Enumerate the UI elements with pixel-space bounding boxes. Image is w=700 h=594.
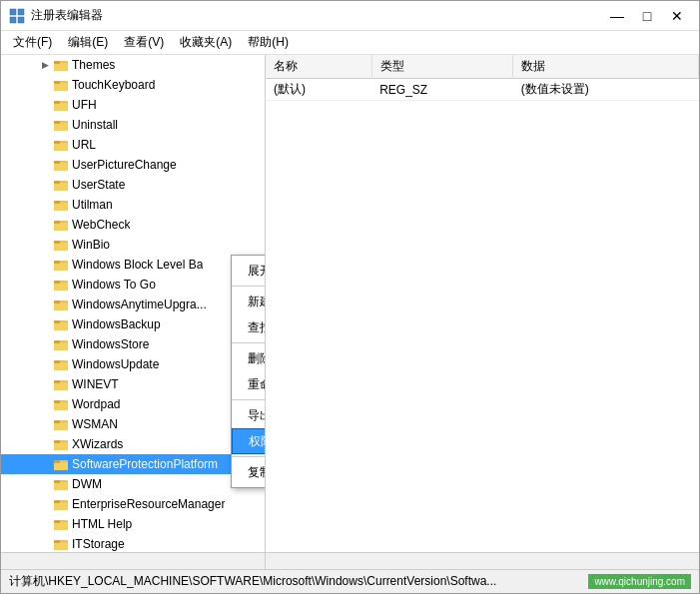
ctx-new-label: 新建(N)	[248, 294, 266, 310]
col-name: 名称	[266, 55, 371, 79]
ctx-expand[interactable]: 展开	[232, 258, 266, 284]
tree-label: WindowsUpdate	[72, 357, 159, 371]
ctx-find[interactable]: 查找(F)...	[232, 314, 266, 340]
ctx-copy-name[interactable]: 复制项名称(C)	[232, 459, 266, 485]
ctx-export[interactable]: 导出(E)	[232, 402, 266, 428]
svg-rect-71	[54, 502, 68, 510]
folder-icon	[53, 436, 69, 452]
registry-table: 名称 类型 数据 (默认) REG_SZ (数值未设置)	[266, 55, 699, 552]
svg-rect-11	[54, 103, 68, 111]
tree-item-windowsanytime[interactable]: WindowsAnytimeUpgra...	[1, 295, 265, 314]
menu-help[interactable]: 帮助(H)	[240, 32, 297, 53]
tree-item-dwm[interactable]: DWM	[1, 474, 265, 494]
tree-label: XWizards	[72, 437, 123, 451]
ctx-delete[interactable]: 删除(D)	[232, 345, 266, 371]
svg-rect-36	[54, 261, 60, 264]
cell-name: (默认)	[266, 79, 371, 101]
svg-rect-0	[10, 9, 16, 15]
tree-item-winbio[interactable]: WinBio	[1, 235, 265, 255]
folder-icon	[53, 536, 69, 552]
folder-icon	[53, 57, 69, 73]
maximize-button[interactable]: □	[633, 5, 661, 27]
table-row[interactable]: (默认) REG_SZ (数值未设置)	[266, 79, 699, 101]
folder-icon	[53, 237, 69, 253]
svg-rect-39	[54, 281, 60, 284]
ctx-separator	[232, 399, 266, 400]
right-panel: 名称 类型 数据 (默认) REG_SZ (数值未设置)	[266, 55, 699, 552]
regedit-icon	[9, 8, 25, 24]
ctx-new[interactable]: 新建(N) ▶	[232, 289, 266, 314]
svg-rect-8	[54, 83, 68, 91]
menu-file[interactable]: 文件(F)	[5, 32, 60, 53]
minimize-button[interactable]: —	[603, 5, 631, 27]
tree-item-windowsbackup[interactable]: WindowsBackup	[1, 314, 265, 334]
tree-label: Wordpad	[72, 397, 120, 411]
regedit-window: 注册表编辑器 — □ ✕ 文件(F) 编辑(E) 查看(V) 收藏夹(A) 帮助…	[0, 0, 700, 594]
tree-item-windowsupdate[interactable]: WindowsUpdate	[1, 354, 265, 374]
folder-icon	[53, 97, 69, 113]
tree-label: URL	[72, 138, 96, 152]
svg-rect-32	[54, 243, 68, 251]
tree-item-url[interactable]: URL	[1, 135, 265, 155]
tree-hscroll[interactable]	[1, 553, 266, 569]
ctx-separator	[232, 456, 266, 457]
svg-rect-18	[54, 141, 60, 144]
tree-item-uninstall[interactable]: Uninstall	[1, 115, 265, 135]
tree-item-wsman[interactable]: WSMAN	[1, 414, 265, 434]
tree-item-winevt[interactable]: WINEVT	[1, 374, 265, 394]
svg-rect-47	[54, 342, 68, 350]
close-button[interactable]: ✕	[663, 5, 691, 27]
folder-icon	[53, 416, 69, 432]
folder-icon	[53, 157, 69, 173]
status-path: 计算机\HKEY_LOCAL_MACHINE\SOFTWARE\Microsof…	[9, 573, 496, 590]
tree-item-windows-block[interactable]: Windows Block Level Ba	[1, 255, 265, 275]
tree-label: Uninstall	[72, 118, 118, 132]
tree-item-enterpriseresource[interactable]: EnterpriseResourceManager	[1, 494, 265, 514]
tree-item-htmlhelp[interactable]: HTML Help	[1, 514, 265, 534]
svg-rect-56	[54, 402, 68, 410]
col-type: 类型	[371, 55, 513, 79]
tree-item-utilman[interactable]: Utilman	[1, 195, 265, 215]
tree-item-windowstogo[interactable]: Windows To Go	[1, 275, 265, 295]
menu-view[interactable]: 查看(V)	[116, 32, 172, 53]
tree-item-windowsstore[interactable]: WindowsStore	[1, 334, 265, 354]
tree-item-touchkeyboard[interactable]: TouchKeyboard	[1, 75, 265, 95]
tree-item-softwareprotection[interactable]: SoftwareProtectionPlatform	[1, 454, 265, 474]
tree-item-userstate[interactable]: UserState	[1, 175, 265, 195]
tree-label: WindowsBackup	[72, 317, 161, 331]
menu-edit[interactable]: 编辑(E)	[60, 32, 116, 53]
svg-rect-78	[54, 540, 60, 543]
folder-icon	[53, 336, 69, 352]
svg-rect-41	[54, 302, 68, 310]
tree-label: EnterpriseResourceManager	[72, 497, 225, 511]
svg-rect-45	[54, 320, 60, 323]
folder-icon	[53, 277, 69, 293]
tree-label: Themes	[72, 58, 115, 72]
tree-item-xwizards[interactable]: XWizards	[1, 434, 265, 454]
tree-label: UserPictureChange	[72, 158, 177, 172]
right-hscroll[interactable]	[266, 553, 699, 569]
tree-label: Windows Block Level Ba	[72, 258, 203, 272]
tree-item-ufh[interactable]: UFH	[1, 95, 265, 115]
menu-favorites[interactable]: 收藏夹(A)	[172, 32, 240, 53]
titlebar: 注册表编辑器 — □ ✕	[1, 1, 699, 31]
svg-rect-59	[54, 422, 68, 430]
tree-item-themes[interactable]: ▶ Themes	[1, 55, 265, 75]
tree-label: WinBio	[72, 238, 110, 252]
ctx-separator	[232, 286, 266, 287]
tree-item-itstorage[interactable]: ITStorage	[1, 534, 265, 552]
tree-label: ITStorage	[72, 537, 125, 551]
svg-rect-29	[54, 223, 68, 231]
folder-icon	[53, 316, 69, 332]
tree-item-wordpad[interactable]: Wordpad	[1, 394, 265, 414]
folder-icon	[53, 177, 69, 193]
tree-label: WindowsStore	[72, 337, 149, 351]
ctx-rename[interactable]: 重命名(R)	[232, 371, 266, 397]
titlebar-controls: — □ ✕	[603, 5, 691, 27]
ctx-permissions[interactable]: 权限(P)...	[232, 428, 266, 454]
svg-rect-33	[54, 241, 60, 244]
tree-label: Windows To Go	[72, 278, 156, 292]
tree-item-webcheck[interactable]: WebCheck	[1, 215, 265, 235]
folder-icon	[53, 257, 69, 273]
tree-item-userpicturechange[interactable]: UserPictureChange	[1, 155, 265, 175]
